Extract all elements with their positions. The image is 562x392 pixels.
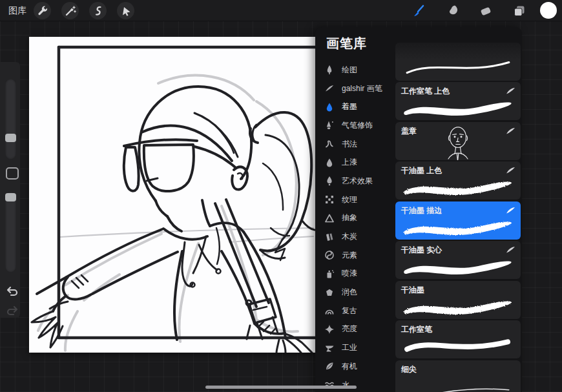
category-label: 绘图 (342, 65, 357, 76)
category-label: 着墨 (342, 101, 357, 112)
category-label: 气笔修饰 (342, 120, 373, 131)
layers-icon (512, 4, 526, 18)
brush-size-slider[interactable] (5, 79, 16, 160)
brush-stroke-preview (399, 333, 517, 358)
magic-wand-icon (65, 5, 76, 17)
category-上漆[interactable]: 上漆 (315, 153, 394, 172)
category-label: 抽象 (342, 212, 357, 223)
leaf-icon (324, 361, 335, 372)
brush-盖章[interactable]: 盖章 (395, 122, 521, 160)
vintage-arc-icon (324, 305, 335, 316)
brush-工作室笔 上色[interactable]: 工作室笔 上色 (395, 82, 521, 120)
actions-tool[interactable] (34, 2, 51, 19)
paint-tool[interactable] (410, 2, 427, 19)
spray-can-icon (324, 268, 335, 279)
color-tool[interactable] (540, 2, 557, 19)
brush-category-list: 绘图galshir 画笔着墨气笔修饰书法上漆艺术效果纹理抽象木炭元素喷漆润色复古… (315, 61, 394, 392)
wrench-icon (37, 5, 48, 17)
drawing-canvas[interactable] (29, 37, 315, 353)
adjustments-tool[interactable] (61, 2, 79, 19)
modify-button[interactable] (6, 167, 19, 180)
brush-干油墨 描边[interactable]: 干油墨 描边 (395, 201, 521, 240)
undo-button[interactable] (5, 284, 19, 298)
transform-arrow-icon (120, 5, 132, 17)
smudge-icon (446, 4, 461, 18)
brush-signature-icon (506, 126, 515, 134)
brush-工作室笔[interactable]: 工作室笔 (395, 320, 521, 358)
category-label: 艺术效果 (342, 176, 373, 187)
category-label: 复古 (342, 305, 357, 316)
stroke-swoosh-icon (324, 83, 335, 94)
category-label: 木炭 (342, 231, 357, 242)
panel-title: 画笔库 (326, 35, 367, 52)
brush-stroke-preview (399, 214, 517, 239)
selection-tool[interactable] (89, 2, 107, 19)
ink-droplet-icon (324, 101, 335, 112)
brush-library-panel: 画笔库 绘图galshir 画笔着墨气笔修饰书法上漆艺术效果纹理抽象木炭元素喷漆… (315, 27, 522, 392)
category-label: 有机 (342, 361, 357, 372)
undo-icon (6, 285, 19, 297)
brush-干油墨 上色[interactable]: 干油墨 上色 (395, 161, 521, 200)
procreate-screen: 图库 画笔库 绘图galshir 画笔着墨气笔修饰书法上漆艺术效果纹理抽象木炭元… (0, 0, 562, 392)
gallery-button[interactable]: 图库 (8, 5, 26, 17)
charcoal-icon (324, 231, 335, 242)
brush-stroke-preview (439, 123, 477, 160)
redo-icon (6, 305, 19, 316)
brush-细尖[interactable]: 细尖 (395, 360, 521, 392)
brush-opacity-slider[interactable] (5, 192, 16, 273)
home-indicator[interactable] (205, 386, 357, 389)
eraser-icon (479, 4, 493, 18)
elements-icon (324, 250, 335, 261)
brush-signature-icon (506, 245, 515, 253)
brush-stroke-preview (399, 294, 517, 318)
brush-opacity-handle[interactable] (5, 193, 16, 201)
category-复古[interactable]: 复古 (315, 302, 394, 320)
category-绘图[interactable]: 绘图 (315, 61, 394, 79)
category-纹理[interactable]: 纹理 (315, 191, 394, 209)
brush-stroke-preview (399, 174, 517, 199)
brush-干油墨 实心[interactable]: 干油墨 实心 (395, 241, 521, 279)
brush-stroke-preview (399, 373, 517, 392)
transform-tool[interactable] (117, 2, 134, 19)
category-工业[interactable]: 工业 (315, 338, 394, 357)
category-label: 上漆 (342, 157, 357, 168)
paint-droplet-icon (324, 157, 335, 168)
canvas-artwork (29, 37, 315, 353)
category-有机[interactable]: 有机 (315, 357, 394, 376)
category-润色[interactable]: 润色 (315, 283, 394, 302)
category-label: galshir 画笔 (342, 83, 382, 94)
category-label: 元素 (342, 250, 357, 261)
selection-s-icon (92, 5, 104, 17)
category-喷漆[interactable]: 喷漆 (315, 265, 394, 284)
category-label: 润色 (342, 287, 357, 298)
brush-size-handle[interactable] (5, 134, 16, 142)
category-亮度[interactable]: 亮度 (315, 320, 394, 339)
category-艺术效果[interactable]: 艺术效果 (315, 172, 394, 191)
anvil-icon (324, 342, 335, 353)
redo-button[interactable] (5, 304, 19, 318)
category-label: 工业 (342, 342, 357, 353)
category-元素[interactable]: 元素 (315, 246, 394, 265)
brush-stroke-preview (399, 56, 517, 80)
brush-signature-icon (506, 205, 515, 213)
category-label: 亮度 (342, 324, 357, 335)
brush-干油墨[interactable]: 干油墨 (395, 281, 521, 319)
sparkle-icon (324, 324, 335, 335)
smudge-tool[interactable] (444, 2, 462, 19)
texture-dots-icon (324, 194, 335, 205)
brush-signature-icon (506, 165, 515, 173)
layers-tool[interactable] (510, 2, 528, 19)
category-木炭[interactable]: 木炭 (315, 227, 394, 246)
brush-tip-icon (324, 65, 335, 76)
category-书法[interactable]: 书法 (315, 135, 394, 154)
erase-tool[interactable] (477, 2, 494, 19)
category-水[interactable]: 水 (315, 376, 394, 392)
brush-unnamed[interactable] (395, 43, 521, 81)
brush-list: 工作室笔 上色盖章干油墨 上色干油墨 描边干油墨 实心干油墨工作室笔细尖 (395, 27, 522, 392)
category-抽象[interactable]: 抽象 (315, 209, 394, 228)
category-着墨[interactable]: 着墨 (315, 98, 394, 116)
brush-stroke-preview (399, 95, 517, 119)
category-galshir 画笔[interactable]: galshir 画笔 (315, 79, 394, 98)
category-气笔修饰[interactable]: 气笔修饰 (315, 116, 394, 135)
brush-stroke-preview (399, 254, 517, 278)
